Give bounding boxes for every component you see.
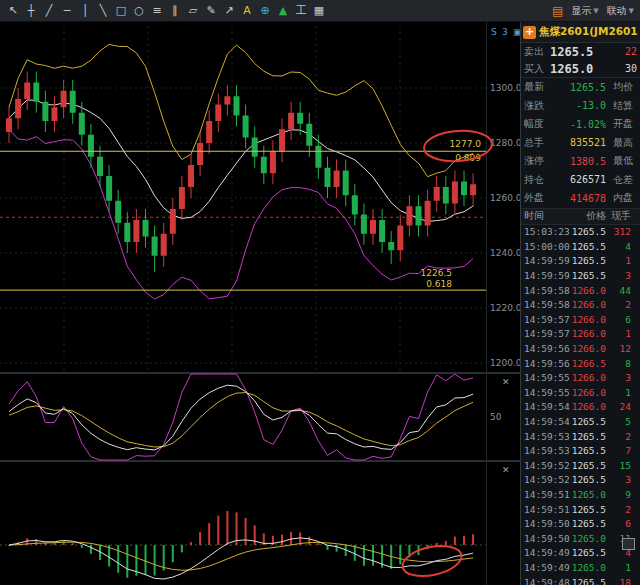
stat-label-right: 仓差 [613, 173, 637, 187]
gann-icon[interactable]: 工 [294, 1, 308, 21]
chart-area[interactable]: 1300.01280.01260.01240.01220.01200.01277… [0, 22, 520, 585]
tick-row[interactable]: 14:59:581266.044 [521, 283, 640, 298]
tick-row[interactable]: 14:59:481265.518 [521, 575, 640, 585]
linkage-menu-label: 联动 [607, 4, 627, 18]
text-tool-icon[interactable]: A [240, 1, 254, 21]
fib-price-label: 1226.5 [421, 268, 453, 278]
display-menu-button[interactable]: 显示 ▼ [571, 4, 598, 18]
circle-plus-icon[interactable]: ⊕ [258, 1, 272, 21]
quote-stat-row: 幅度-1.02%开盘 [521, 115, 640, 134]
layout-button[interactable]: S [491, 27, 497, 37]
tick-row[interactable]: 14:59:491265.01 [521, 560, 640, 575]
candlestick-series [6, 72, 476, 273]
close-oscillator-icon[interactable]: ✕ [502, 377, 510, 387]
quote-stat-row: 涨跌-13.0结算 [521, 97, 640, 116]
toolbar-right-controls: ▤ 显示 ▼ 联动 ▼ [552, 4, 634, 18]
stat-label: 幅度 [524, 117, 550, 131]
ask-row[interactable]: 卖出 1265.5 22 [521, 43, 640, 60]
quote-stats: 最新1265.5均价涨跌-13.0结算幅度-1.02%开盘总手835521最高涨… [521, 77, 640, 209]
document-icon[interactable]: ▤ [552, 4, 563, 18]
quote-stat-row: 外盘414678内盘 [521, 189, 640, 208]
ask-price: 1265.5 [550, 45, 613, 59]
linkage-menu-button[interactable]: 联动 ▼ [607, 4, 634, 18]
channel-icon[interactable]: ▱ [186, 1, 200, 21]
tick-row[interactable]: 14:59:541266.024 [521, 400, 640, 415]
contract-title: 焦煤2601(JM2601) [539, 25, 638, 39]
stat-value: 835521 [550, 137, 606, 148]
layout-button[interactable]: 3 [502, 27, 508, 37]
pencil-icon[interactable]: ✎ [204, 1, 218, 21]
layout-button[interactable]: ▣ [513, 27, 520, 37]
price-chart[interactable]: 1300.01280.01260.01240.01220.01200.01277… [0, 22, 520, 585]
tick-row[interactable]: 14:59:591265.51 [521, 254, 640, 269]
ticks-header-vol: 现手 [606, 209, 637, 223]
trend-line-icon[interactable]: ╱ [42, 1, 56, 21]
osc-axis-label: 50 [490, 412, 502, 422]
stat-label: 最新 [524, 80, 550, 94]
bid-row[interactable]: 买入 1265.0 30 [521, 60, 640, 77]
fib-price-label: 1277.0 [450, 139, 482, 149]
display-menu-label: 显示 [571, 4, 591, 18]
price-axis-label: 1240.0 [490, 248, 520, 258]
vertical-line-icon[interactable]: │ [78, 1, 92, 21]
tick-row[interactable]: 14:59:511265.09 [521, 487, 640, 502]
add-contract-button[interactable]: + [523, 26, 536, 39]
horizontal-line-icon[interactable]: ─ [60, 1, 74, 21]
chevron-down-icon: ▼ [629, 7, 634, 15]
stat-label: 总手 [524, 136, 550, 150]
bid-volume: 30 [613, 63, 637, 74]
arrow-icon[interactable]: ↗ [222, 1, 236, 21]
tick-row[interactable]: 14:59:551266.03 [521, 370, 640, 385]
ellipse-icon[interactable]: ○ [132, 1, 146, 21]
stat-value: 1265.5 [550, 82, 606, 93]
tick-row[interactable]: 14:59:521265.515 [521, 458, 640, 473]
ticks-header-time: 时间 [524, 209, 570, 223]
stat-label-right: 开盘 [613, 117, 637, 131]
drawing-toolbar: ↖┼╱─│╲□○≡∥▱✎↗A⊕▲工▦ ▤ 显示 ▼ 联动 ▼ [0, 0, 640, 22]
ticks-header: 时间 价格 现手 [521, 209, 640, 225]
parallel-lines-icon[interactable]: ∥ [168, 1, 182, 21]
rectangle-icon[interactable]: □ [114, 1, 128, 21]
tick-row[interactable]: 14:59:511265.52 [521, 502, 640, 517]
main-area: 1300.01280.01260.01240.01220.01200.01277… [0, 22, 640, 585]
tick-row[interactable]: 14:59:541265.55 [521, 414, 640, 429]
tick-row[interactable]: 14:59:571266.06 [521, 312, 640, 327]
cursor-icon[interactable]: ↖ [6, 1, 20, 21]
grid-icon[interactable]: ▦ [312, 1, 326, 21]
close-macd-icon[interactable]: ✕ [502, 465, 510, 475]
up-triangle-icon[interactable]: ▲ [276, 1, 290, 21]
stat-label: 持仓 [524, 173, 550, 187]
bid-label: 买入 [524, 62, 550, 76]
boll-lower-band [9, 129, 473, 299]
macd-histogram [8, 511, 474, 578]
fib-levels-icon[interactable]: ≡ [150, 1, 164, 21]
price-axis-label: 1200.0 [490, 358, 520, 368]
tick-row[interactable]: 14:59:501265.56 [521, 516, 640, 531]
stat-label: 涨跌 [524, 99, 550, 113]
tick-row[interactable]: 14:59:561266.012 [521, 341, 640, 356]
stat-label-right: 结算 [613, 99, 637, 113]
stat-value: 414678 [550, 193, 606, 204]
price-axis-label: 1280.0 [490, 138, 520, 148]
quote-stat-row: 持仓626571仓差 [521, 171, 640, 190]
tick-row[interactable]: 15:03:231265.5312 [521, 225, 640, 240]
tick-row[interactable]: 14:59:581266.02 [521, 297, 640, 312]
drawing-tool-icons: ↖┼╱─│╲□○≡∥▱✎↗A⊕▲工▦ [6, 1, 326, 21]
tick-row[interactable]: 14:59:531265.52 [521, 429, 640, 444]
stat-label: 涨停 [524, 154, 550, 168]
tick-row[interactable]: 14:59:521265.53 [521, 473, 640, 488]
stat-label-right: 最低 [613, 154, 637, 168]
tick-row[interactable]: 14:59:591265.53 [521, 268, 640, 283]
ask-label: 卖出 [524, 45, 550, 59]
tick-list[interactable]: 15:03:231265.531215:00:001265.5414:59:59… [521, 225, 640, 585]
stat-label-right: 最高 [613, 136, 637, 150]
crosshair-icon[interactable]: ┼ [24, 1, 38, 21]
tick-row[interactable]: 14:59:571266.01 [521, 327, 640, 342]
mini-window-button[interactable] [622, 538, 635, 550]
tick-row[interactable]: 15:00:001265.54 [521, 239, 640, 254]
diagonal-line-icon[interactable]: ╲ [96, 1, 110, 21]
tick-row[interactable]: 14:59:531265.57 [521, 443, 640, 458]
tick-row[interactable]: 14:59:561266.58 [521, 356, 640, 371]
tick-row[interactable]: 14:59:551266.01 [521, 385, 640, 400]
stat-value: -1.02% [550, 119, 606, 130]
